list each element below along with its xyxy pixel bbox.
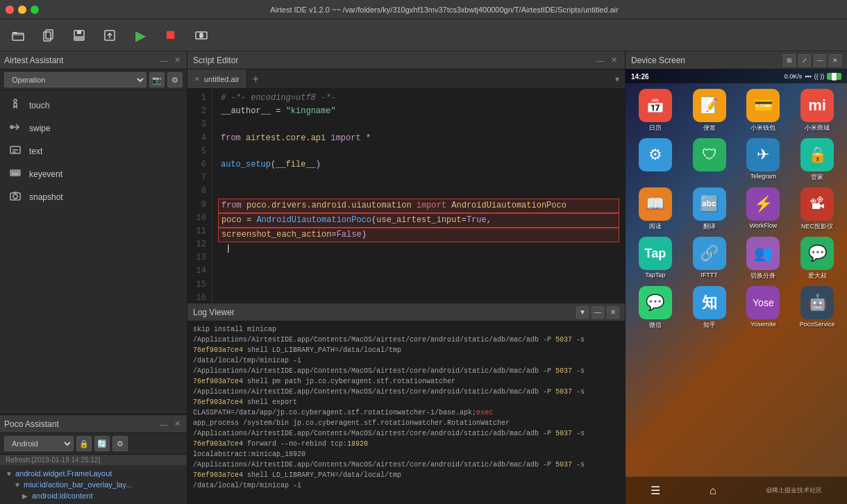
stop-button[interactable]: ⏹ xyxy=(161,26,181,45)
assist-item-swipe[interactable]: swipe xyxy=(0,117,187,140)
watermark-text: @稀土掘金技术社区 xyxy=(766,486,822,495)
app-item-ifttt[interactable]: 🔗 IFTTT xyxy=(685,237,734,280)
log-viewer: Log Viewer ▼ — ✕ skip install minicap /A… xyxy=(187,303,625,504)
tree-item-actionbar[interactable]: ▼ miui:id/action_bar_overlay_lay... xyxy=(0,479,187,490)
app-item-wechat[interactable]: 💬 微信 xyxy=(631,286,680,330)
open-folder-button[interactable] xyxy=(8,26,28,45)
app-item-translate[interactable]: 🔤 翻译 xyxy=(685,187,734,231)
device-screenshot-btn[interactable]: ⊞ xyxy=(783,54,796,67)
status-time: 14:26 xyxy=(631,73,649,81)
refresh-btn[interactable]: 🔄 xyxy=(94,436,110,451)
app-item-calendar[interactable]: 📅 日历 xyxy=(631,89,680,133)
log-content[interactable]: skip install minicap /Applications/Airte… xyxy=(187,321,625,504)
poco-assistant-controls: — ✕ xyxy=(158,419,183,429)
tab-untitled-air[interactable]: ✕ untitled.air xyxy=(187,69,247,88)
save-button[interactable] xyxy=(69,26,89,45)
airtest-collapse-button[interactable]: — xyxy=(158,56,169,65)
line-numbers: 1 2 3 4 5 6 7 8 9 10 11 12 13 14 xyxy=(187,89,212,303)
copy-button[interactable] xyxy=(39,26,58,45)
platform-select[interactable]: Android xyxy=(4,436,74,451)
app-label-pocoservice: PocoService xyxy=(800,321,835,328)
device-close-btn[interactable]: ✕ xyxy=(829,54,841,67)
device-fullscreen-btn[interactable]: ⤢ xyxy=(798,54,811,67)
app-item-yosemite[interactable]: Yose Yosemite xyxy=(739,286,788,330)
settings-op-btn[interactable]: ⚙ xyxy=(167,72,183,87)
maximize-button[interactable] xyxy=(31,6,39,14)
app-item-projector[interactable]: 📽 NEC投影仪 xyxy=(793,187,841,231)
editor-close-btn[interactable]: ✕ xyxy=(609,55,619,65)
app-item-pocoservice[interactable]: 🤖 PocoService xyxy=(793,286,841,330)
airtest-close-button[interactable]: ✕ xyxy=(172,55,183,65)
app-item-telegram[interactable]: ✈ Telegram xyxy=(739,138,788,182)
settings-poco-btn[interactable]: ⚙ xyxy=(112,436,128,451)
poco-toolbar: Android 🔒 🔄 ⚙ xyxy=(0,433,187,455)
touch-icon xyxy=(8,98,22,112)
script-editor: Script Editor — ✕ ✕ untitled.air + ▾ 1 xyxy=(187,51,625,303)
lock-btn[interactable]: 🔒 xyxy=(76,436,92,451)
tree-item-framelayout[interactable]: ▼ android.widget.FrameLayout xyxy=(0,468,187,479)
assist-item-keyevent[interactable]: keyevent xyxy=(0,162,187,185)
tree-text-actionbar: miui:id/action_bar_overlay_lay... xyxy=(24,480,132,489)
device-collapse-btn[interactable]: — xyxy=(814,54,826,67)
app-icon-ifttt: 🔗 xyxy=(693,237,726,270)
app-icon-calendar: 📅 xyxy=(639,89,672,122)
code-area[interactable]: 1 2 3 4 5 6 7 8 9 10 11 12 13 14 xyxy=(187,89,625,303)
tree-arrow-framelayout: ▼ xyxy=(6,470,12,478)
nav-menu-btn[interactable]: ☰ xyxy=(651,484,660,497)
airtest-assistant-header: Airtest Assistant — ✕ xyxy=(0,51,187,69)
app-item-wallet[interactable]: 💳 小米钱包 xyxy=(739,89,788,133)
app-item-split[interactable]: 👥 切换分身 xyxy=(739,237,788,280)
editor-collapse-btn[interactable]: — xyxy=(594,56,606,65)
app-item-security[interactable]: 🛡 xyxy=(685,138,734,182)
app-item-workflow[interactable]: ⚡ WorkFlow xyxy=(739,187,788,231)
app-item-taptap[interactable]: Tap TapTap xyxy=(631,237,680,280)
close-button[interactable] xyxy=(6,6,14,14)
app-label-translate: 翻译 xyxy=(703,222,716,231)
app-item-guard[interactable]: 🔒 管家 xyxy=(793,138,841,182)
code-line-10b: screenshot_each_action=False) xyxy=(218,228,619,242)
tab-add-button[interactable]: + xyxy=(247,73,265,85)
snapshot-label: snapshot xyxy=(29,192,63,202)
code-lines: 1 2 3 4 5 6 7 8 9 10 11 12 13 14 xyxy=(187,89,625,303)
app-item-store[interactable]: mi 小米商城 xyxy=(793,89,841,133)
log-collapse-btn[interactable]: — xyxy=(592,306,604,319)
operation-select[interactable]: Operation xyxy=(4,72,146,87)
log-close-btn[interactable]: ✕ xyxy=(607,306,619,319)
minimize-button[interactable] xyxy=(18,6,26,14)
poco-assistant-panel: Poco Assistant — ✕ Android 🔒 🔄 ⚙ Refresh… xyxy=(0,414,187,504)
poco-collapse-button[interactable]: — xyxy=(158,419,169,429)
tab-scroll-arrow[interactable]: ▾ xyxy=(610,74,625,84)
app-icon-notes: 📝 xyxy=(693,89,726,122)
app-icon-telegram: ✈ xyxy=(746,138,780,171)
record-button[interactable] xyxy=(192,26,211,45)
signal-icon: ▪▪▪ xyxy=(805,73,812,80)
app-item-notes[interactable]: 📝 便签 xyxy=(685,89,734,133)
app-item-reader[interactable]: 📖 阅读 xyxy=(631,187,680,231)
wifi-icon: ((·)) xyxy=(814,73,825,80)
app-label-workflow: WorkFlow xyxy=(749,222,777,229)
left-panel: Airtest Assistant — ✕ Operation 📷 ⚙ xyxy=(0,51,187,504)
svg-rect-14 xyxy=(12,171,13,173)
network-speed: 0.0K/s xyxy=(785,73,803,80)
poco-close-button[interactable]: ✕ xyxy=(172,419,183,429)
right-panel: Device Screen ⊞ ⤢ — ✕ 14:26 0.0K/s ▪▪▪ (… xyxy=(625,51,847,504)
app-label-store: 小米商城 xyxy=(805,124,830,133)
app-icon-zhihu: 知 xyxy=(693,286,726,319)
screenshot-btn[interactable]: 📷 xyxy=(149,72,165,87)
play-button[interactable]: ▶ xyxy=(131,26,150,45)
app-item-zhihu[interactable]: 知 知乎 xyxy=(685,286,734,330)
app-label-notes: 便签 xyxy=(703,124,716,133)
status-bar: 14:26 0.0K/s ▪▪▪ ((·)) ▐▌ xyxy=(626,69,847,83)
app-item-aidaxie[interactable]: 💬 爱大叔 xyxy=(793,237,841,280)
svg-rect-5 xyxy=(77,31,81,34)
assist-item-snapshot[interactable]: snapshot xyxy=(0,185,187,208)
assist-item-text[interactable]: text xyxy=(0,140,187,162)
log-filter-btn[interactable]: ▼ xyxy=(576,306,589,319)
export-button[interactable] xyxy=(100,26,119,45)
tree-item-content[interactable]: ▶ android:id/content xyxy=(0,490,187,501)
airtest-assistant-title: Airtest Assistant xyxy=(4,56,63,65)
code-line-10: poco = AndroidUiautomationPoco(use_airte… xyxy=(218,213,619,228)
app-item-apps[interactable]: ⚙ xyxy=(631,138,680,182)
nav-home-btn[interactable]: ⌂ xyxy=(710,485,716,497)
assist-item-touch[interactable]: touch xyxy=(0,94,187,117)
